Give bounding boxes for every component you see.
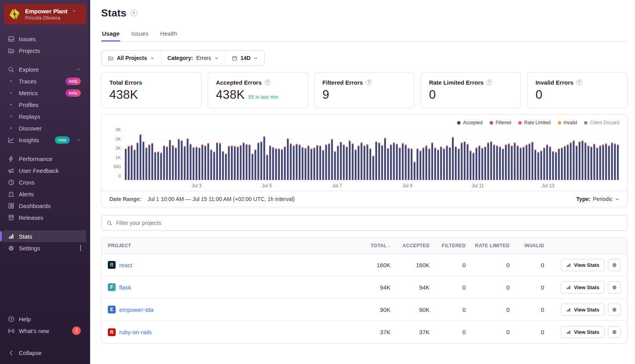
project-link[interactable]: flask xyxy=(119,284,131,291)
sidebar-item-insights[interactable]: Insights new xyxy=(0,134,86,146)
sidebar: Empower Plant Priscila Oliveira Issues P… xyxy=(0,0,90,364)
project-link[interactable]: empower-tda xyxy=(119,306,154,313)
card-label: Accepted Errors xyxy=(216,79,262,86)
usage-chart-panel: Accepted Filtered Rate Limited Invalid C… xyxy=(101,114,628,207)
sidebar-item-label: Releases xyxy=(19,214,81,221)
x-tick-mark xyxy=(337,180,337,182)
column-header-invalid[interactable]: INVALID xyxy=(510,243,544,248)
siren-icon xyxy=(7,190,15,198)
sidebar-item-releases[interactable]: Releases xyxy=(0,212,86,223)
project-cell: R ruby-on-rails xyxy=(108,328,350,336)
page-title: Stats xyxy=(101,7,127,19)
sidebar-item-projects[interactable]: Projects xyxy=(0,45,86,56)
sidebar-item-label: User Feedback xyxy=(19,167,81,174)
sidebar-item-user-feedback[interactable]: User Feedback xyxy=(0,165,86,176)
project-settings-button[interactable] xyxy=(608,304,621,316)
view-stats-button[interactable]: View Stats xyxy=(561,281,604,293)
column-header-project[interactable]: PROJECT xyxy=(108,243,350,248)
sidebar-item-crons[interactable]: Crons xyxy=(0,176,86,188)
sidebar-item-label: Discover xyxy=(19,125,81,132)
card-help-icon[interactable]: ? xyxy=(486,80,492,85)
accepted-cell: 160K xyxy=(390,262,430,268)
legend-label: Rate Limited xyxy=(524,120,550,125)
column-header-filtered[interactable]: FILTERED xyxy=(430,243,466,248)
column-header-rate-limited[interactable]: RATE LIMITED xyxy=(466,243,510,248)
date-period-dropdown[interactable]: 14D xyxy=(225,51,265,65)
sidebar-item-whats-new[interactable]: What's new 2 xyxy=(0,325,86,337)
x-tick-label: Jul 3 xyxy=(192,183,201,188)
type-dropdown[interactable]: Type: Periodic xyxy=(576,196,619,202)
rate-limited-cell: 0 xyxy=(466,284,510,291)
filtered-cell: 0 xyxy=(430,284,466,291)
accepted-cell: 90K xyxy=(390,306,430,313)
sidebar-item-performance[interactable]: Performance xyxy=(0,153,86,165)
sidebar-item-explore[interactable]: Explore xyxy=(0,63,86,75)
legend-item-invalid[interactable]: Invalid xyxy=(558,120,577,125)
bullet-dot xyxy=(7,124,15,132)
project-settings-button[interactable] xyxy=(608,259,621,271)
legend-dot xyxy=(558,121,561,125)
chart-inner: Accepted Filtered Rate Limited Invalid C… xyxy=(102,115,627,191)
column-header-total[interactable]: TOTAL↓ xyxy=(350,243,390,248)
legend-item-filtered[interactable]: Filtered xyxy=(490,120,511,125)
sidebar-collapse-button[interactable]: Collapse xyxy=(0,347,86,359)
sidebar-item-dashboards[interactable]: Dashboards xyxy=(0,200,86,212)
card-value: 0 xyxy=(535,88,542,102)
gear-icon xyxy=(612,330,617,335)
category-label: Category: xyxy=(167,55,193,61)
project-link[interactable]: ruby-on-rails xyxy=(119,329,152,335)
project-settings-button[interactable] xyxy=(608,326,621,338)
sidebar-item-profiles[interactable]: Profiles xyxy=(0,99,86,110)
x-tick-mark xyxy=(196,180,197,182)
x-tick-mark xyxy=(267,180,267,182)
card-label: Total Errors xyxy=(109,79,142,86)
chevron-down-icon xyxy=(214,56,219,60)
column-header-accepted[interactable]: ACCEPTED xyxy=(390,243,430,248)
project-link[interactable]: react xyxy=(119,262,132,268)
project-search-input[interactable] xyxy=(116,220,622,226)
app-root: Empower Plant Priscila Oliveira Issues P… xyxy=(0,0,635,364)
view-stats-button[interactable]: View Stats xyxy=(561,259,604,271)
page-help-icon[interactable]: ? xyxy=(131,10,137,16)
sidebar-item-issues[interactable]: Issues xyxy=(0,33,86,45)
rate-limited-cell: 0 xyxy=(466,329,510,335)
x-axis: Jul 3Jul 5Jul 7Jul 9Jul 11Jul 13 xyxy=(124,180,619,191)
sidebar-item-settings[interactable]: Settings xyxy=(0,242,86,254)
card-help-icon[interactable]: ? xyxy=(265,80,270,85)
tab-usage[interactable]: Usage xyxy=(101,30,120,41)
project-filter-label: All Projects xyxy=(117,55,147,61)
sidebar-item-discover[interactable]: Discover xyxy=(0,122,86,134)
card-value-row: 438K 55 in last min xyxy=(216,88,300,102)
category-filter-dropdown[interactable]: Category: Errors xyxy=(161,51,225,65)
sidebar-item-alerts[interactable]: Alerts xyxy=(0,188,86,200)
legend-item-accepted[interactable]: Accepted xyxy=(457,120,483,125)
view-stats-button[interactable]: View Stats xyxy=(561,326,604,338)
stat-card-accepted-errors: Accepted Errors ? 438K 55 in last min xyxy=(208,72,308,108)
beta-badge: beta xyxy=(65,78,81,85)
sidebar-nav: Issues Projects Explore Traces xyxy=(0,28,90,261)
project-filter-dropdown[interactable]: All Projects xyxy=(102,51,161,65)
accepted-cell: 37K xyxy=(390,329,430,335)
tab-issues[interactable]: Issues xyxy=(131,30,149,41)
sidebar-item-metrics[interactable]: Metrics beta xyxy=(0,87,86,99)
card-help-icon[interactable]: ? xyxy=(366,80,372,85)
invalid-cell: 0 xyxy=(510,329,544,335)
org-switcher-button[interactable]: Empower Plant Priscila Oliveira xyxy=(4,4,86,24)
sidebar-item-replays[interactable]: Replays xyxy=(0,110,86,122)
legend-dot xyxy=(584,121,588,125)
legend-item-client-discard[interactable]: Client Discard xyxy=(584,120,619,125)
sidebar-item-stats[interactable]: Stats xyxy=(2,230,86,242)
total-cell: 94K xyxy=(350,284,390,291)
sidebar-item-traces[interactable]: Traces beta xyxy=(0,75,86,87)
x-tick-label: Jul 5 xyxy=(262,183,272,188)
beta-badge: beta xyxy=(65,89,81,97)
sidebar-item-help[interactable]: ? Help xyxy=(0,313,86,325)
gear-icon xyxy=(7,244,15,252)
card-help-icon[interactable]: ? xyxy=(576,80,582,85)
accepted-cell: 94K xyxy=(390,284,430,291)
tab-health[interactable]: Health xyxy=(159,30,178,41)
sidebar-item-label: Replays xyxy=(19,113,81,120)
view-stats-button[interactable]: View Stats xyxy=(561,304,604,316)
project-settings-button[interactable] xyxy=(608,281,621,293)
legend-item-rate-limited[interactable]: Rate Limited xyxy=(518,120,550,125)
